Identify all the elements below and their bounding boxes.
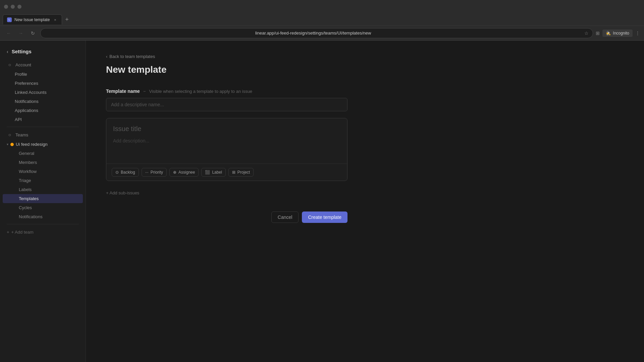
page-title: New template [106, 64, 624, 75]
backlog-label: Backlog [121, 170, 135, 175]
issue-description-input[interactable] [106, 135, 347, 162]
sidebar-panel-icon[interactable]: ⊞ [596, 31, 600, 36]
issue-title-input[interactable] [106, 118, 347, 135]
sidebar-title: Settings [12, 49, 32, 54]
project-button[interactable]: ⊞ Project [228, 168, 254, 177]
team-dot-icon [10, 143, 14, 146]
incognito-icon: 🕵 [606, 31, 611, 36]
sidebar-account-section: ○ Account Profile Preferences Linked Acc… [0, 60, 86, 124]
sidebar: ‹ Settings ○ Account Profile Preferences… [0, 41, 86, 362]
sidebar-item-notifications[interactable]: Notifications [3, 97, 83, 106]
template-name-separator: − [143, 89, 146, 94]
account-label: Account [15, 62, 31, 67]
tab-bar: L New Issue template × + [0, 13, 644, 25]
sidebar-item-applications[interactable]: Applications [3, 106, 83, 115]
action-row: Cancel Create template [106, 212, 347, 223]
account-icon: ○ [7, 62, 13, 68]
sidebar-item-preferences[interactable]: Preferences [3, 79, 83, 88]
project-label: Project [237, 170, 250, 175]
sidebar-item-profile[interactable]: Profile [3, 70, 83, 79]
label-button[interactable]: ⬛ Label [201, 168, 225, 177]
sidebar-item-api[interactable]: API [3, 115, 83, 124]
tab-favicon: L [7, 17, 12, 22]
backlog-icon: ⊙ [115, 170, 119, 175]
sidebar-item-cycles[interactable]: Cycles [3, 203, 83, 212]
close-button[interactable] [17, 5, 21, 9]
sidebar-item-linked-accounts[interactable]: Linked Accounts [3, 88, 83, 97]
tab-title: New Issue template [14, 17, 50, 22]
tab-close-button[interactable]: × [52, 17, 58, 22]
teams-label: Teams [15, 132, 28, 137]
back-to-templates-link[interactable]: ‹ Back to team templates [106, 54, 624, 59]
browser-menu-icon[interactable]: ⋮ [635, 31, 640, 36]
issue-editor: ⊙ Backlog ··· Priority ⊕ Assignee ⬛ Labe… [106, 118, 347, 181]
incognito-button[interactable]: 🕵 Incognito [602, 29, 633, 37]
template-name-row: Template name − Visible when selecting a… [106, 88, 624, 94]
sidebar-teams-section: ○ Teams ▾ Ui feed redesign General Membe… [0, 130, 86, 221]
window-controls [4, 5, 21, 9]
teams-section-header: ○ Teams [0, 130, 86, 140]
add-team-icon: + [7, 230, 9, 235]
add-sub-issues-button[interactable]: + Add sub-issues [106, 188, 624, 198]
maximize-button[interactable] [11, 5, 15, 9]
sidebar-item-team-notifications[interactable]: Notifications [3, 212, 83, 221]
back-chevron-icon: ‹ [106, 54, 107, 59]
active-tab[interactable]: L New Issue template × [3, 14, 62, 24]
issue-toolbar: ⊙ Backlog ··· Priority ⊕ Assignee ⬛ Labe… [106, 164, 347, 181]
account-section-header: ○ Account [0, 60, 86, 70]
app-layout: ‹ Settings ○ Account Profile Preferences… [0, 41, 644, 362]
add-team-button[interactable]: + + Add team [0, 227, 86, 237]
browser-toolbar: ← → ↻ linear.app/ui-feed-redesign/settin… [0, 25, 644, 40]
incognito-label: Incognito [613, 31, 629, 36]
sidebar-back-icon[interactable]: ‹ [7, 49, 8, 54]
project-icon: ⊞ [232, 170, 235, 175]
team-name: Ui feed redesign [16, 142, 48, 147]
sidebar-item-triage[interactable]: Triage [3, 176, 83, 185]
create-template-button[interactable]: Create template [302, 212, 347, 223]
sidebar-item-workflow[interactable]: Workflow [3, 167, 83, 176]
address-bar[interactable]: linear.app/ui-feed-redesign/settings/tea… [40, 28, 593, 38]
sidebar-item-members[interactable]: Members [3, 158, 83, 167]
browser-chrome: L New Issue template × + ← → ↻ linear.ap… [0, 0, 644, 41]
add-team-label: + Add team [11, 230, 34, 235]
template-name-label: Template name [106, 88, 140, 94]
template-name-desc: Visible when selecting a template to app… [149, 89, 252, 94]
assignee-button[interactable]: ⊕ Assignee [169, 168, 199, 177]
sidebar-divider [7, 127, 79, 127]
team-chevron-icon: ▾ [7, 142, 8, 146]
priority-button[interactable]: ··· Priority [142, 168, 167, 177]
label-icon: ⬛ [205, 170, 210, 175]
template-name-input[interactable] [106, 98, 347, 111]
browser-titlebar [0, 0, 644, 13]
assignee-label: Assignee [178, 170, 195, 175]
teams-icon: ○ [7, 132, 13, 138]
minimize-button[interactable] [4, 5, 8, 9]
sidebar-divider-2 [7, 224, 79, 224]
sidebar-item-templates[interactable]: Templates [3, 194, 83, 203]
url-text: linear.app/ui-feed-redesign/settings/tea… [45, 31, 582, 36]
team-header[interactable]: ▾ Ui feed redesign [0, 140, 86, 149]
label-label: Label [212, 170, 222, 175]
forward-nav-button[interactable]: → [16, 28, 25, 38]
sidebar-item-general[interactable]: General [3, 149, 83, 158]
back-link-text: Back to team templates [109, 54, 155, 59]
bookmark-icon[interactable]: ☆ [584, 31, 589, 36]
new-tab-button[interactable]: + [62, 15, 71, 24]
priority-icon: ··· [145, 170, 149, 175]
assignee-icon: ⊕ [173, 170, 176, 175]
sidebar-item-labels[interactable]: Labels [3, 185, 83, 194]
backlog-button[interactable]: ⊙ Backlog [112, 168, 139, 177]
priority-label: Priority [151, 170, 163, 175]
main-content: ‹ Back to team templates New template Te… [86, 41, 644, 362]
sidebar-header: ‹ Settings [0, 46, 86, 60]
back-nav-button[interactable]: ← [4, 28, 13, 38]
cancel-button[interactable]: Cancel [271, 212, 299, 223]
reload-button[interactable]: ↻ [28, 28, 38, 38]
